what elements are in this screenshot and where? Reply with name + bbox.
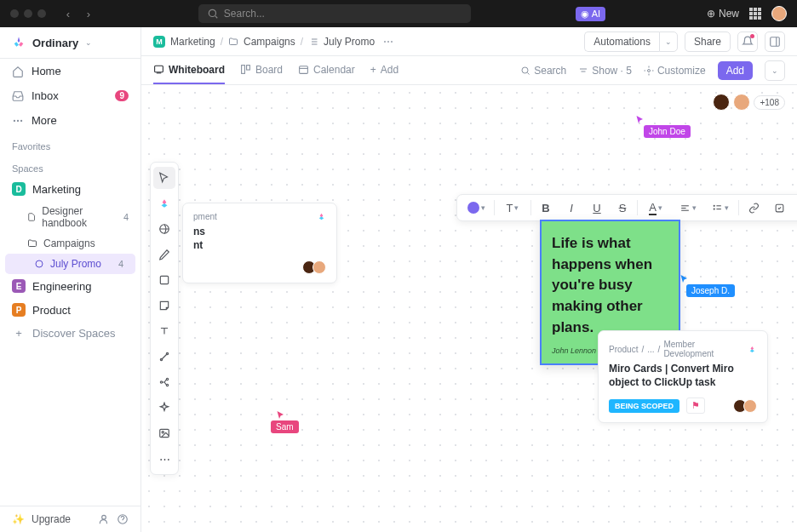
back-button[interactable]: ‹ <box>60 5 77 22</box>
upgrade-link[interactable]: Upgrade <box>32 513 71 525</box>
presence-avatar[interactable] <box>733 94 750 111</box>
tool-web[interactable] <box>153 218 175 240</box>
sticky-text[interactable]: Life is what happens when you're busy ma… <box>552 233 668 338</box>
tool-text[interactable] <box>153 320 175 342</box>
fmt-link[interactable] <box>743 197 765 218</box>
tool-more[interactable]: ⋯ <box>153 448 175 470</box>
automations-dropdown[interactable]: ⌄ <box>659 31 678 52</box>
svg-rect-22 <box>160 276 168 283</box>
filter-icon <box>578 66 588 76</box>
fmt-italic[interactable]: I <box>560 197 582 218</box>
crumb-list[interactable]: July Promo <box>324 36 375 48</box>
svg-point-1 <box>17 120 18 121</box>
status-badge[interactable]: BEING SCOPED <box>609 399 679 413</box>
tab-board[interactable]: Board <box>240 56 283 84</box>
history-nav: ‹ › <box>60 5 97 22</box>
add-button[interactable]: Add <box>718 61 753 80</box>
user-avatar[interactable] <box>771 6 787 21</box>
tree-designer-handbook[interactable]: Designer handbook 4 <box>0 201 140 233</box>
tool-sticky[interactable] <box>153 295 175 317</box>
workspace-name: Ordinary <box>32 37 78 49</box>
share-button[interactable]: Share <box>685 31 731 52</box>
panel-icon-button[interactable] <box>765 31 785 52</box>
flag-icon[interactable]: ⚑ <box>686 398 705 414</box>
fmt-task[interactable] <box>768 197 790 218</box>
square-icon <box>158 274 170 286</box>
space-product[interactable]: P Product <box>0 298 140 322</box>
fmt-align[interactable]: ▾ <box>674 197 702 218</box>
clickup-icon <box>748 345 757 354</box>
tree-campaigns[interactable]: Campaigns <box>0 233 140 254</box>
calendar-icon <box>298 64 309 75</box>
fmt-font[interactable]: T ▾ <box>498 197 527 218</box>
space-engineering[interactable]: E Engineering <box>0 274 140 298</box>
discover-spaces[interactable]: + Discover Spaces <box>0 322 140 345</box>
apps-icon[interactable] <box>749 8 761 20</box>
crumb-space[interactable]: Marketing <box>170 36 215 48</box>
ai-button[interactable]: ◉ AI <box>576 7 605 21</box>
fmt-bold[interactable]: B <box>535 197 557 218</box>
sparkle-icon: ✨ <box>12 513 25 525</box>
new-button[interactable]: ⊕ New <box>707 8 739 20</box>
tab-whiteboard[interactable]: Whiteboard <box>153 56 225 84</box>
search-icon <box>207 8 219 20</box>
svg-point-4 <box>36 260 43 267</box>
fmt-text-color[interactable]: A▾ <box>641 197 670 218</box>
global-search[interactable]: Search... <box>198 4 471 23</box>
space-marketing[interactable]: D Marketing <box>0 177 140 201</box>
svg-rect-10 <box>771 37 780 46</box>
tool-clickup[interactable] <box>153 192 175 215</box>
fmt-color[interactable]: ▾ <box>462 197 490 218</box>
whiteboard-canvas[interactable]: +108 John Doe Joseph D. Sam ⋯ <box>141 85 797 532</box>
svg-point-29 <box>162 432 163 433</box>
automations-button[interactable]: Automations <box>584 31 659 52</box>
search-icon <box>520 66 530 76</box>
forward-button[interactable]: › <box>80 5 97 22</box>
page-header: M Marketing / Campaigns / July Promo ⋯ A… <box>141 27 797 56</box>
fmt-strike[interactable]: S <box>611 197 634 218</box>
whiteboard-icon <box>153 64 164 75</box>
bell-icon-button[interactable] <box>737 31 758 52</box>
tool-image[interactable] <box>153 422 175 444</box>
mindmap-icon <box>158 376 170 388</box>
link-icon <box>748 203 760 214</box>
list-icon <box>34 259 44 269</box>
show-action[interactable]: Show · 5 <box>578 65 632 77</box>
add-dropdown[interactable]: ⌄ <box>765 60 785 81</box>
search-action[interactable]: Search <box>520 65 566 77</box>
nav-home[interactable]: Home <box>0 59 140 83</box>
tool-select[interactable] <box>153 167 175 189</box>
connector-icon <box>158 351 170 363</box>
spaces-label: Spaces <box>0 155 140 177</box>
user-icon[interactable] <box>98 513 110 525</box>
presence-more[interactable]: +108 <box>754 95 785 110</box>
tool-connector[interactable] <box>153 346 175 368</box>
presence-avatar[interactable] <box>713 94 730 111</box>
tool-pen[interactable] <box>153 243 175 266</box>
customize-action[interactable]: Customize <box>644 65 706 77</box>
svg-point-33 <box>714 205 714 206</box>
more-icon <box>12 115 24 127</box>
fmt-list[interactable]: ▾ <box>706 197 735 218</box>
tool-shape[interactable] <box>153 269 175 291</box>
tool-ai[interactable] <box>153 397 175 419</box>
tool-mindmap[interactable] <box>153 371 175 393</box>
crumb-folder[interactable]: Campaigns <box>244 36 295 48</box>
nav-inbox[interactable]: Inbox 9 <box>0 83 140 108</box>
board-icon <box>240 64 251 75</box>
svg-rect-15 <box>300 66 308 74</box>
task-card[interactable]: pment nsnt <box>182 203 337 283</box>
help-icon[interactable] <box>117 513 129 525</box>
tab-calendar[interactable]: Calendar <box>298 56 355 84</box>
topbar: ‹ › Search... ◉ AI ⊕ New <box>0 0 797 27</box>
main-panel: M Marketing / Campaigns / July Promo ⋯ A… <box>141 27 797 532</box>
sidebar: Ordinary ⌄ Home Inbox 9 More Favorites S… <box>0 27 141 532</box>
tab-add-view[interactable]: + Add <box>370 56 398 84</box>
workspace-switcher[interactable]: Ordinary ⌄ <box>0 27 140 59</box>
fmt-more[interactable]: ⋯ <box>794 197 797 218</box>
more-icon[interactable]: ⋯ <box>383 36 393 48</box>
nav-more[interactable]: More <box>0 108 140 133</box>
fmt-underline[interactable]: U <box>586 197 608 218</box>
tree-july-promo[interactable]: July Promo 4 <box>5 254 135 274</box>
task-card[interactable]: Product/ .../ Member Development Miro Ca… <box>598 330 768 423</box>
